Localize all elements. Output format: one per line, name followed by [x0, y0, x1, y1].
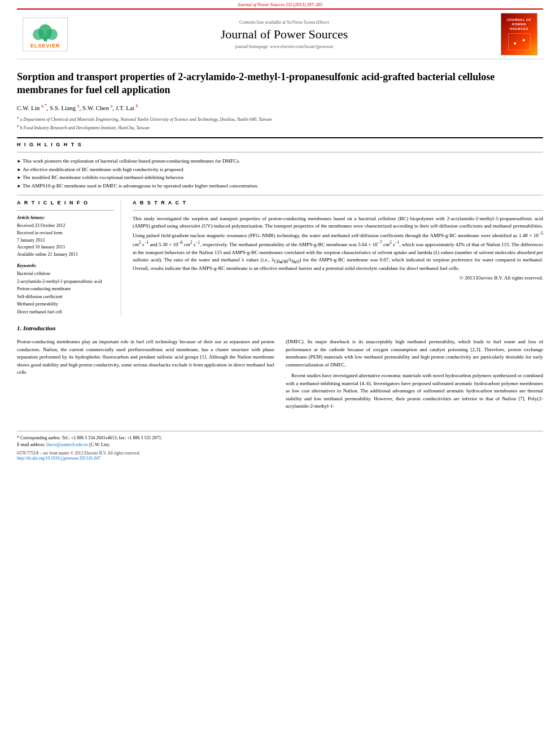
keywords-label: Keywords: — [17, 263, 114, 268]
sciverse-text: Contents lists available at SciVerse Sci… — [68, 20, 501, 25]
keyword-5: Methanol permeability — [17, 302, 58, 307]
revised-date: 7 January 2013 — [17, 238, 45, 243]
highlight-item-4: The AMPS10-g-BC membrane used in DMFC is… — [17, 182, 543, 190]
svg-point-3 — [46, 29, 58, 40]
journal-homepage: journal homepage: www.elsevier.com/locat… — [68, 44, 501, 49]
highlight-item-3: The modified BC membrane exhibits except… — [17, 173, 543, 182]
divider-highlights-bottom — [17, 195, 543, 195]
keyword-3: Proton-conducting membrane — [17, 286, 71, 291]
divider-after-affiliations — [17, 137, 543, 138]
article-title: Sorption and transport properties of 2-a… — [17, 71, 543, 97]
main-content: Sorption and transport properties of 2-a… — [17, 59, 543, 420]
affiliation-a: a a Department of Chemical and Materials… — [17, 117, 272, 122]
divider-highlights-top — [17, 152, 543, 152]
corresponding-author-note: * Corresponding author. Tel.: +1 886 5 5… — [17, 435, 543, 448]
abstract-text: This study investigated the sorption and… — [133, 215, 543, 282]
article-info-heading: A R T I C L E I N F O — [17, 200, 114, 206]
divider-abstract — [133, 210, 543, 211]
elsevier-tree-graphic — [28, 20, 62, 43]
abstract-heading: A B S T R A C T — [133, 200, 543, 206]
introduction-col-right: (DMFC). Its major drawback is its unacce… — [286, 338, 543, 414]
history-dates: Received 23 October 2012 Received in rev… — [17, 222, 114, 259]
article-info-abstract-cols: A R T I C L E I N F O Article history: R… — [17, 200, 543, 316]
corresponding-text: * Corresponding author. Tel.: +1 886 5 5… — [17, 435, 162, 440]
keywords-list: Bacterial cellulose 2-acrylamido-2-methy… — [17, 270, 114, 316]
footer-license-text: 0378-7753/$ – see front matter © 2013 El… — [17, 451, 543, 456]
affiliations: a a Department of Chemical and Materials… — [17, 115, 543, 131]
keyword-4: Self-diffusion coefficient — [17, 294, 62, 299]
journal-cover-image: JOURNAL OFPOWERSOURCES — [501, 13, 537, 55]
footer-area: * Corresponding author. Tel.: +1 886 5 5… — [17, 431, 543, 461]
keyword-2: 2-acrylamido-2-methyl-1-propanesulfonic … — [17, 279, 102, 284]
abstract-col: A B S T R A C T This study investigated … — [133, 200, 543, 316]
intro-para-2: (DMFC). Its major drawback is its unacce… — [286, 338, 543, 369]
article-history-label: Article history: — [17, 215, 114, 220]
footer-doi: http://dx.doi.org/10.1016/j.jpowsour.201… — [17, 456, 543, 461]
article-info-col: A R T I C L E I N F O Article history: R… — [17, 200, 121, 316]
elsevier-brand-name: ELSEVIER — [30, 43, 60, 49]
introduction-title: 1. Introduction — [17, 325, 543, 331]
journal-title-banner: Journal of Power Sources — [68, 27, 501, 42]
highlights-heading: H I G H L I G H T S — [17, 142, 543, 147]
authors-text: C.W. Lin a,*, S.S. Liang a, S.W. Chen a,… — [17, 104, 138, 111]
journal-reference-bar: Journal of Power Sources 232 (2013) 297–… — [0, 0, 560, 8]
highlight-item-1: This work pioneers the exploration of ba… — [17, 157, 543, 165]
keyword-1: Bacterial cellulose — [17, 271, 50, 276]
intro-para-3: Recent studies have investigated alterna… — [286, 372, 543, 410]
journal-center: Contents lists available at SciVerse Sci… — [68, 20, 501, 49]
doi-link[interactable]: http://dx.doi.org/10.1016/j.jpowsour.201… — [17, 456, 100, 461]
introduction-col-left: Proton-conducting membranes play an impo… — [17, 338, 274, 414]
keyword-6: Direct methanol fuel cell — [17, 309, 62, 314]
introduction-section: 1. Introduction Proton-conducting membra… — [17, 325, 543, 414]
copyright-text: © 2013 Elsevier B.V. All rights reserved… — [133, 274, 543, 282]
journal-ref-text: Journal of Power Sources 232 (2013) 297–… — [238, 2, 322, 7]
received-revised-label: Received in revised form — [17, 230, 63, 235]
highlights-list: This work pioneers the exploration of ba… — [17, 157, 543, 190]
authors-line: C.W. Lin a,*, S.S. Liang a, S.W. Chen a,… — [17, 104, 543, 112]
received-date: Received 23 October 2012 — [17, 223, 65, 228]
svg-point-2 — [33, 29, 44, 40]
elsevier-logo: ELSEVIER — [23, 18, 68, 51]
abstract-body: This study investigated the sorption and… — [133, 216, 543, 272]
email-link[interactable]: lincw@yuntech.edu.tw — [46, 442, 88, 447]
intro-para-1: Proton-conducting membranes play an impo… — [17, 338, 274, 377]
affiliation-b: b b Food Industry Research and Developme… — [17, 125, 150, 130]
online-date: Available online 21 January 2013 — [17, 252, 77, 257]
journal-header: ELSEVIER Contents lists available at Sci… — [17, 8, 543, 59]
accepted-date: Accepted 10 January 2013 — [17, 244, 65, 250]
divider-article-info — [17, 210, 114, 211]
highlights-section: H I G H L I G H T S This work pioneers t… — [17, 142, 543, 195]
email-text: E-mail address: lincw@yuntech.edu.tw (C.… — [17, 442, 110, 447]
introduction-two-col: Proton-conducting membranes play an impo… — [17, 338, 543, 414]
highlight-item-2: An effective modification of BC membrane… — [17, 165, 543, 174]
